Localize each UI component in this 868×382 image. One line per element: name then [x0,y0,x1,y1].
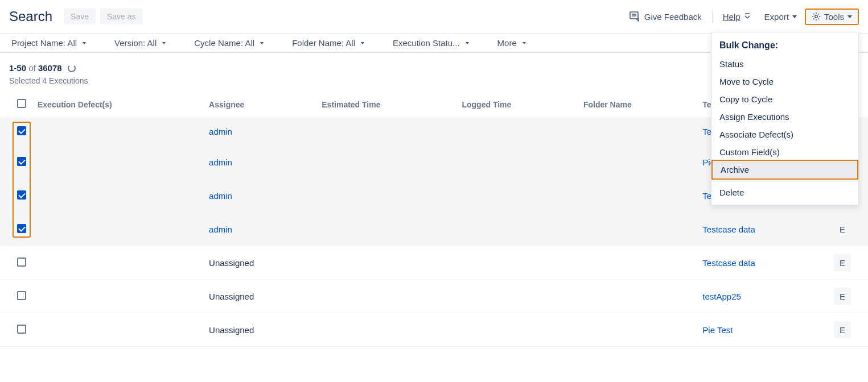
cell-folder [578,246,697,280]
cell-folder [578,280,697,313]
cell-logged [456,313,577,347]
cell-defects [32,280,203,313]
svg-rect-0 [630,12,638,19]
cell-logged [456,213,577,246]
svg-point-1 [815,15,817,18]
caret-down-icon [466,42,469,44]
menu-item-custom-field-s-[interactable]: Custom Field(s) [711,143,858,161]
cell-assignee[interactable]: admin [203,118,316,146]
cell-assignee[interactable]: admin [203,213,316,246]
page-header: Search Save Save as Give Feedback Help E… [0,0,868,34]
table-row[interactable]: UnassignedPie TestE [0,313,868,347]
gear-icon [812,12,821,21]
table-row[interactable]: adminTestcase dataE [0,213,868,246]
cell-logged [456,179,577,213]
cell-estimated [316,146,456,179]
export-dropdown[interactable]: Export [759,9,803,25]
cell-summary[interactable]: Pie Test [697,313,828,347]
export-label: Export [764,12,789,22]
save-button[interactable]: Save [64,9,96,24]
row-checkbox[interactable] [17,258,26,267]
cell-assignee[interactable]: admin [203,179,316,213]
refresh-icon[interactable] [68,64,76,72]
filter-project[interactable]: Project Name: All [11,38,86,48]
save-as-button[interactable]: Save as [100,9,143,24]
cell-defects [32,246,203,280]
execute-button[interactable]: E [834,221,851,238]
help-dropdown-icon [744,13,751,20]
menu-item-copy-to-cycle[interactable]: Copy to Cycle [711,90,858,108]
cell-assignee: Unassigned [203,280,316,313]
row-checkbox[interactable] [17,157,26,166]
filter-status[interactable]: Execution Statu... [393,38,469,48]
menu-item-status[interactable]: Status [711,55,858,73]
col-defects[interactable]: Execution Defect(s) [32,91,203,118]
col-folder[interactable]: Folder Name [578,91,697,118]
cell-logged [456,118,577,146]
caret-down-icon [523,42,526,44]
cell-folder [578,213,697,246]
separator [712,10,713,23]
cell-defects [32,118,203,146]
cell-folder [578,146,697,179]
caret-down-icon [792,15,797,18]
tools-menu: Bulk Change: StatusMove to CycleCopy to … [711,32,859,205]
row-checkbox[interactable] [17,224,26,233]
cell-logged [456,246,577,280]
cell-assignee[interactable]: admin [203,146,316,179]
execute-button[interactable]: E [834,288,851,305]
select-all-checkbox[interactable] [17,99,26,108]
cell-folder [578,313,697,347]
cell-estimated [316,246,456,280]
cell-defects [32,213,203,246]
menu-item-assign-executions[interactable]: Assign Executions [711,108,858,126]
cell-defects [32,179,203,213]
row-checkbox[interactable] [17,291,26,300]
table-row[interactable]: UnassignedtestApp25E [0,280,868,313]
table-row[interactable]: UnassignedTestcase dataE [0,246,868,280]
cell-estimated [316,118,456,146]
filter-version[interactable]: Version: All [114,38,166,48]
cell-estimated [316,313,456,347]
cell-estimated [316,179,456,213]
row-checkbox[interactable] [17,126,26,135]
cell-defects [32,313,203,347]
help-link[interactable]: Help [717,9,756,25]
cell-summary[interactable]: Testcase data [697,246,828,280]
give-feedback-label: Give Feedback [644,12,702,22]
execute-button[interactable]: E [834,254,851,271]
execute-button[interactable]: E [834,321,851,338]
filter-folder[interactable]: Folder Name: All [292,38,364,48]
menu-item-move-to-cycle[interactable]: Move to Cycle [711,73,858,90]
col-estimated[interactable]: Estimated Time [316,91,456,118]
caret-down-icon [260,42,264,44]
cell-assignee: Unassigned [203,246,316,280]
menu-item-associate-defect-s-[interactable]: Associate Defect(s) [711,126,858,143]
caret-down-icon [848,15,852,18]
cell-logged [456,280,577,313]
feedback-icon [630,11,641,22]
page-title: Search [9,9,52,24]
header-actions: Give Feedback Help Export Tools [624,8,859,25]
cell-folder [578,118,697,146]
col-assignee[interactable]: Assignee [203,91,316,118]
cell-folder [578,179,697,213]
give-feedback-link[interactable]: Give Feedback [624,8,707,25]
row-checkbox[interactable] [17,190,26,200]
row-checkbox[interactable] [17,325,26,334]
cell-summary[interactable]: testApp25 [697,280,828,313]
menu-item-archive[interactable]: Archive [711,160,858,180]
cell-estimated [316,280,456,313]
filter-more[interactable]: More [497,38,526,48]
help-label: Help [723,12,741,22]
col-logged[interactable]: Logged Time [456,91,577,118]
tools-dropdown-button[interactable]: Tools [805,9,859,25]
cell-defects [32,146,203,179]
tools-menu-header: Bulk Change: [711,36,858,55]
cell-estimated [316,213,456,246]
tools-label: Tools [824,12,844,22]
menu-item-delete[interactable]: Delete [711,184,858,201]
cell-summary[interactable]: Testcase data [697,213,828,246]
filter-cycle[interactable]: Cycle Name: All [194,38,264,48]
caret-down-icon [83,42,86,44]
